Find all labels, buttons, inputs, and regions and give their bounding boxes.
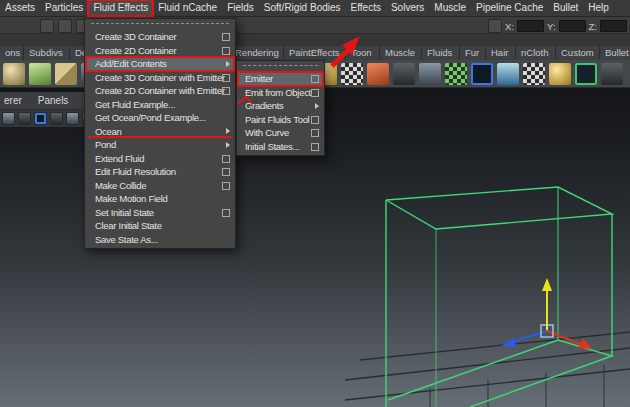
menubar-item-fluid-effects[interactable]: Fluid Effects [88, 0, 153, 16]
shelf-tab[interactable]: Fluids [422, 46, 460, 60]
shelf-icon-dark-3[interactable] [601, 63, 623, 85]
menu-item[interactable]: Create 2D Container [86, 44, 234, 58]
menu-item-label: Create 2D Container with Emitter [95, 85, 225, 96]
panel-tool-icon-5[interactable] [66, 112, 79, 125]
menu-item[interactable]: Edit Fluid Resolution [86, 165, 234, 179]
option-box-icon[interactable] [222, 209, 230, 217]
option-box-icon[interactable] [311, 75, 319, 83]
menu-item[interactable]: Extend Fluid [86, 152, 234, 166]
shelf-tab[interactable]: Subdivs [24, 46, 70, 60]
option-box-icon[interactable] [311, 143, 319, 151]
option-box-icon[interactable] [311, 116, 319, 124]
menu-item[interactable]: Clear Initial State [86, 219, 234, 233]
shelf-tab[interactable]: Hair [486, 46, 516, 60]
menu-item[interactable]: Get Ocean/Pond Example... [86, 111, 234, 125]
submenu-item[interactable]: Paint Fluids Tool [238, 113, 323, 127]
option-box-icon[interactable] [222, 182, 230, 190]
menubar-item[interactable]: Assets [0, 0, 40, 16]
shelf-icon-checker-3[interactable] [523, 63, 545, 85]
option-box-icon[interactable] [222, 33, 230, 41]
menu-item[interactable]: Pond [86, 138, 234, 152]
menubar-item[interactable]: Pipeline Cache [471, 0, 548, 16]
panel-tool-icon-2[interactable] [18, 112, 31, 125]
shelf-icon-dark-2[interactable] [393, 63, 415, 85]
submenu-item[interactable]: Emit from Object [238, 86, 323, 100]
y-label: Y: [547, 21, 555, 32]
shelf-tab[interactable]: Muscle [380, 46, 422, 60]
menu-item[interactable]: Get Fluid Example... [86, 98, 234, 112]
menubar-item[interactable]: Fields [222, 0, 259, 16]
option-box-icon[interactable] [222, 168, 230, 176]
panel-tool-icon-3[interactable] [34, 112, 47, 125]
menubar-item[interactable]: Effects [346, 0, 386, 16]
move-manipulator[interactable] [501, 278, 592, 349]
menu-item[interactable]: Create 3D Container [86, 30, 234, 44]
panel-tool-icon-1[interactable] [2, 112, 15, 125]
coordinate-inputs: X: Y: Z: [488, 19, 627, 33]
submenu-item-label: Emitter [245, 73, 273, 84]
option-box-icon[interactable] [222, 74, 230, 82]
menu-item-add-edit-contents[interactable]: Add/Edit Contents [86, 57, 234, 71]
menubar-item[interactable]: Bullet [548, 0, 583, 16]
y-axis-arrowhead-icon[interactable] [542, 278, 552, 291]
menu-item[interactable]: Save State As... [86, 233, 234, 247]
shelf-tab[interactable]: Toon [346, 46, 380, 60]
menu-item[interactable]: Make Motion Field [86, 192, 234, 206]
menu-item[interactable]: Make Collide [86, 179, 234, 193]
status-icon-1[interactable] [40, 19, 54, 33]
shelf-icon-sphere[interactable] [3, 63, 25, 85]
panel-menu-panels[interactable]: Panels [38, 95, 69, 106]
menubar-item[interactable]: Particles [40, 0, 88, 16]
option-box-icon[interactable] [222, 47, 230, 55]
shelf-icon-red-cone[interactable] [367, 63, 389, 85]
shelf-icon-checker-green-2[interactable] [445, 63, 467, 85]
z-axis-arrowhead-icon[interactable] [501, 338, 516, 347]
panel-tool-icon-4[interactable] [50, 112, 63, 125]
status-icon-2[interactable] [58, 19, 72, 33]
option-box-icon[interactable] [311, 89, 319, 97]
menu-item[interactable]: Create 3D Container with Emitter [86, 71, 234, 85]
submenu-arrow-icon [226, 61, 230, 67]
menu-item-label: Clear Initial State [95, 220, 162, 231]
shelf-icon-container-emitter[interactable] [575, 63, 597, 85]
absolute-move-icon[interactable] [488, 19, 502, 33]
shelf-tab[interactable]: Rendering [230, 46, 284, 60]
panel-menu-renderer[interactable]: erer [4, 95, 22, 106]
x-input[interactable] [517, 20, 544, 32]
shelf-tab[interactable]: Fur [460, 46, 486, 60]
menubar-item[interactable]: Soft/Rigid Bodies [259, 0, 346, 16]
menubar-item[interactable]: Fluid nCache [153, 0, 222, 16]
shelf-icon-cube[interactable] [55, 63, 77, 85]
shelf-tab[interactable]: Custom [556, 46, 600, 60]
shelf-tab[interactable]: ons [0, 46, 24, 60]
submenu-item[interactable]: Gradients [238, 99, 323, 113]
option-box-icon[interactable] [311, 129, 319, 137]
submenu-item[interactable]: With Curve [238, 126, 323, 140]
shelf-icon-gold-2[interactable] [549, 63, 571, 85]
menubar-item[interactable]: Help [583, 0, 614, 16]
menu-item[interactable]: Create 2D Container with Emitter [86, 84, 234, 98]
option-box-icon[interactable] [222, 155, 230, 163]
submenu-item[interactable]: Initial States... [238, 140, 323, 154]
y-input[interactable] [559, 20, 586, 32]
shelf-icon-pond[interactable] [497, 63, 519, 85]
shelf-icon-checker-2[interactable] [341, 63, 363, 85]
menu-item-ocean[interactable]: Ocean [86, 125, 234, 139]
submenu-tearoff-handle[interactable] [243, 65, 318, 69]
shelf-icon-2d-container[interactable] [471, 63, 493, 85]
z-input[interactable] [600, 20, 627, 32]
menubar-item[interactable]: Muscle [429, 0, 471, 16]
shelf-icon-plane-2[interactable] [419, 63, 441, 85]
shelf-icon-cone[interactable] [29, 63, 51, 85]
menu-item-label: Make Collide [95, 180, 146, 191]
shelf-tab[interactable]: PaintEffects [284, 46, 346, 60]
menu-tearoff-handle[interactable] [91, 23, 229, 27]
submenu-item-label: Initial States... [245, 141, 300, 152]
menubar-item[interactable]: Solvers [386, 0, 429, 16]
menu-item[interactable]: Set Initial State [86, 206, 234, 220]
shelf-tab[interactable]: nCloth [516, 46, 556, 60]
option-box-icon[interactable] [222, 87, 230, 95]
shelf-tab[interactable]: Bullet [600, 46, 630, 60]
menu-item-emitter[interactable]: Emitter [238, 72, 323, 86]
menu-item-label: Create 3D Container [95, 31, 176, 42]
